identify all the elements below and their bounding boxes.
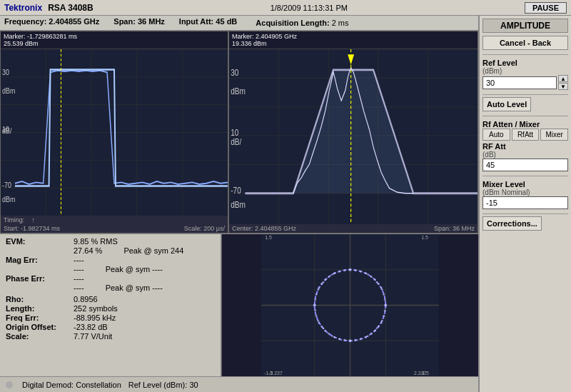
ref-level-down-button[interactable]: ▼ [558, 83, 568, 90]
svg-point-87 [385, 304, 387, 306]
mag-err-label: Mag Err: [6, 256, 74, 264]
auto-button[interactable]: Auto [482, 129, 510, 141]
corrections-button[interactable]: Corrections... [482, 216, 542, 231]
svg-point-50 [381, 320, 383, 322]
ref-level-value[interactable]: 30 [482, 76, 557, 89]
svg-text:dBm: dBm [2, 194, 15, 203]
timing-bar: Timing: ↑ [1, 216, 228, 224]
right-chart-marker: Marker: 2.404905 GHz 19.336 dBm [229, 31, 477, 49]
bottom-section: EVM: 9.85 % RMS 27.64 % Peak @ sym 244 M… [0, 233, 478, 376]
svg-point-68 [314, 299, 316, 301]
phase-err-row: Phase Err: ---- [6, 274, 215, 283]
evm-label: EVM: [6, 237, 74, 246]
scale-value: 7.77 V/Unit [74, 332, 112, 341]
svg-point-52 [374, 330, 376, 332]
svg-point-94 [380, 286, 382, 288]
time-domain-chart: Marker: -1.729863281 ms 25.539 dBm [0, 31, 228, 233]
svg-point-83 [378, 283, 380, 285]
timing-arrow: ↑ [31, 216, 35, 223]
ref-level-status: Ref Level (dBm): 30 [128, 381, 198, 389]
acq-bar: Acquisition Length: 2 ms [251, 17, 353, 29]
svg-text:30: 30 [2, 68, 9, 76]
pause-button[interactable]: PAUSE [525, 2, 567, 14]
svg-point-86 [384, 299, 386, 301]
svg-point-54 [365, 336, 367, 338]
svg-text:dB/: dB/ [2, 126, 12, 135]
datetime-label: 1/8/2009 11:13:31 PM [271, 4, 348, 12]
svg-text:-2.237: -2.237 [268, 371, 283, 376]
span-info: Span: 36 MHz [113, 17, 165, 29]
ref-level-unit: (dBm) [482, 67, 568, 75]
svg-point-98 [323, 281, 324, 283]
svg-point-97 [318, 286, 319, 288]
svg-point-72 [324, 278, 326, 281]
svg-point-56 [354, 339, 356, 341]
input-att-value: 45 dB [216, 17, 237, 26]
svg-point-65 [315, 315, 318, 317]
input-att-label: Input Att: [179, 17, 213, 26]
rf-att-value[interactable]: 45 [482, 159, 568, 171]
brand-label: Tektronix [4, 3, 42, 13]
svg-point-51 [378, 326, 380, 328]
demod-label: Digital Demod: Constellation [22, 381, 121, 389]
timing-start: Start: -1.982734 ms [4, 225, 60, 232]
acq-value: 2 ms [332, 19, 349, 27]
mixer-level-section: Mixer Level (dBm Nominal) -15 [482, 176, 568, 209]
svg-point-60 [333, 336, 335, 338]
svg-point-96 [367, 273, 368, 275]
svg-point-48 [384, 309, 386, 311]
cancel-back-button[interactable]: Cancel - Back [482, 36, 568, 50]
svg-point-81 [370, 276, 373, 278]
svg-point-85 [383, 293, 385, 296]
svg-point-59 [338, 338, 340, 340]
svg-point-55 [360, 338, 362, 340]
left-content: Frequency: 2.404855 GHz Span: 36 MHz Inp… [0, 16, 478, 392]
span-value: 36 MHz [138, 17, 165, 26]
length-value: 252 symbols [74, 304, 118, 313]
span-label: Span: [113, 17, 136, 26]
right-chart-bottom: Center: 2.404855 GHz Span: 36 MHz [229, 224, 477, 233]
top-bar: Tektronix RSA 3408B 1/8/2009 11:13:31 PM… [0, 0, 571, 16]
svg-point-99 [331, 273, 333, 275]
charts-row: Marker: -1.729863281 ms 25.539 dBm [0, 31, 478, 233]
freq-domain-chart: Marker: 2.404905 GHz 19.336 dBm [228, 31, 478, 233]
mag-err-row: Mag Err: ---- [6, 256, 215, 264]
origin-label: Origin Offset: [6, 323, 74, 331]
svg-point-75 [338, 271, 340, 273]
timing-label: Timing: [4, 216, 24, 223]
mixer-level-value[interactable]: -15 [482, 196, 568, 209]
mag-err-peak-sym: Peak @ sym ---- [106, 265, 163, 273]
input-att-info: Input Att: 45 dB [179, 17, 238, 29]
phase-err-value: ---- [74, 274, 84, 283]
ref-level-section: Ref Level (dBm) 30 ▲ ▼ [482, 54, 568, 90]
svg-text:dB/: dB/ [231, 136, 242, 147]
svg-text:dBm: dBm [231, 86, 246, 96]
auto-level-button[interactable]: Auto Level [482, 97, 531, 111]
mixer-level-unit: (dBm Nominal) [482, 189, 568, 196]
mixer-button[interactable]: Mixer [540, 129, 568, 141]
svg-point-77 [349, 268, 351, 271]
svg-point-82 [374, 278, 376, 281]
ref-level-up-button[interactable]: ▲ [558, 75, 568, 82]
ref-level-label: Ref Level [482, 59, 568, 67]
svg-point-53 [370, 333, 373, 335]
svg-text:2.237: 2.237 [414, 371, 427, 376]
info-bar: Frequency: 2.404855 GHz Span: 36 MHz Inp… [0, 16, 478, 31]
svg-text:dBm: dBm [231, 199, 246, 210]
center-label: Center: 2.404855 GHz [232, 225, 296, 232]
corrections-section: Corrections... [482, 213, 568, 231]
rfatt-button[interactable]: RfAtt [512, 129, 540, 141]
rho-label: Rho: [6, 295, 74, 303]
evm-peak: 27.64 % [74, 246, 102, 255]
auto-level-section: Auto Level [482, 94, 568, 111]
main-layout: Frequency: 2.404855 GHz Span: 36 MHz Inp… [0, 16, 571, 392]
svg-text:dBm: dBm [2, 86, 15, 95]
svg-point-90 [367, 336, 368, 337]
svg-point-62 [324, 330, 326, 332]
svg-point-71 [320, 283, 323, 285]
svg-text:-70: -70 [2, 181, 11, 189]
constellation-svg: 1.5 1.5 -1.5 -1.5 -2.237 2.237 [222, 234, 478, 376]
mixer-level-label: Mixer Level [482, 180, 568, 189]
span-label: Span: 36 MHz [434, 225, 475, 232]
freq-err-value: -88.995 kHz [74, 313, 116, 322]
